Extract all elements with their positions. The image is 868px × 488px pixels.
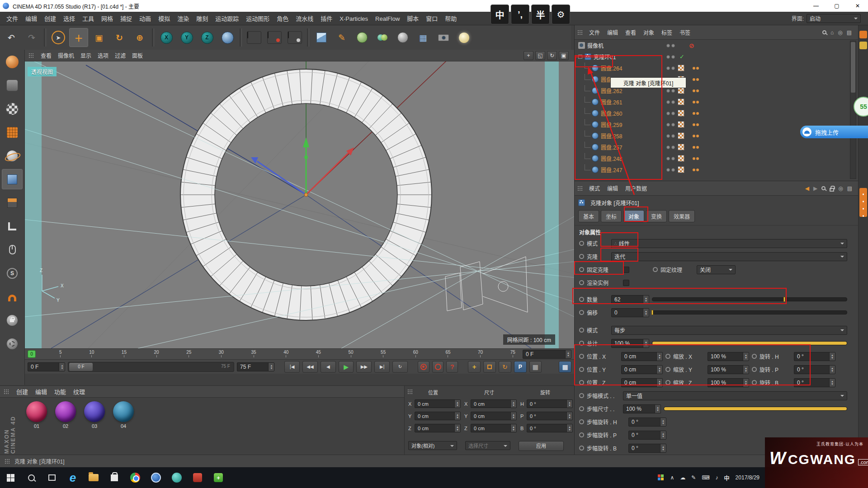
drag-grip-icon[interactable] bbox=[577, 30, 583, 35]
menu-item[interactable]: 运动跟踪 bbox=[212, 14, 242, 24]
edge-taskbar-item[interactable]: e bbox=[62, 467, 83, 488]
history-back-icon[interactable]: ◀ bbox=[805, 185, 809, 192]
next-key-button[interactable]: ▶▶ bbox=[356, 361, 372, 373]
anim-radio-icon[interactable] bbox=[579, 446, 584, 450]
step-size-mode-dropdown[interactable]: 单一值 bbox=[623, 391, 847, 400]
tray-icon[interactable]: ☁ bbox=[680, 474, 685, 481]
total-slider[interactable] bbox=[652, 341, 847, 345]
apply-button[interactable]: 应用 bbox=[519, 441, 564, 451]
anim-radio-icon[interactable] bbox=[579, 310, 584, 315]
menu-item[interactable]: X-Particles bbox=[336, 14, 372, 24]
material-sphere[interactable] bbox=[26, 401, 47, 422]
range-end-field[interactable]: 75 F▲▼ bbox=[237, 362, 274, 371]
play-button[interactable]: ▶ bbox=[339, 361, 354, 373]
coordinate-field[interactable]: 0 cm▲▼ bbox=[471, 424, 517, 432]
current-frame-field[interactable]: 0 F▲▼ bbox=[523, 350, 571, 359]
viewport-menu-item[interactable]: 查看 bbox=[38, 52, 55, 61]
tag-dots-icon[interactable] bbox=[693, 101, 699, 103]
drag-grip-icon[interactable] bbox=[28, 53, 34, 58]
viewport-menu-item[interactable]: 过滤 bbox=[112, 52, 129, 61]
tweak-mode-tool[interactable] bbox=[2, 239, 23, 260]
viewport-nav-icon[interactable]: ▣ bbox=[559, 51, 569, 60]
stepper-icon[interactable]: ▲▼ bbox=[656, 379, 662, 387]
drag-grip-icon[interactable] bbox=[407, 389, 413, 394]
autokey-button[interactable] bbox=[432, 361, 444, 373]
prev-key-button[interactable]: ◀◀ bbox=[302, 361, 318, 373]
tree-row-disc[interactable]: 圆盘.247 bbox=[575, 164, 858, 175]
coordinate-field[interactable]: 0 cm▲▼ bbox=[471, 399, 517, 408]
render-picture-viewer-button[interactable] bbox=[265, 28, 284, 47]
visibility-dots[interactable] bbox=[666, 55, 675, 59]
anim-radio-icon[interactable] bbox=[579, 328, 584, 333]
visibility-dots[interactable] bbox=[666, 112, 675, 115]
menu-item[interactable]: 模拟 bbox=[155, 14, 174, 24]
menu-item[interactable]: 流水线 bbox=[292, 14, 317, 24]
anim-radio-icon[interactable] bbox=[579, 419, 584, 424]
object-manager-menu-item[interactable]: 标签 bbox=[658, 28, 676, 38]
timeline-ruler[interactable]: 051015202530354045505560657075 0 bbox=[25, 348, 520, 359]
anim-radio-icon[interactable] bbox=[579, 406, 584, 411]
drag-upload-button[interactable]: 拖拽上传 bbox=[800, 126, 868, 138]
stepper-icon[interactable]: ▲▼ bbox=[743, 352, 749, 361]
step-mode-dropdown[interactable]: 每步 bbox=[611, 326, 847, 335]
stepper-icon[interactable]: ▲▼ bbox=[566, 412, 572, 420]
rotation-field[interactable]: 0 °▲▼ bbox=[794, 378, 835, 387]
tree-row-clone[interactable]: 克隆环01 ✓ bbox=[575, 51, 858, 62]
anim-radio-icon[interactable] bbox=[579, 241, 584, 246]
tag-dots-icon[interactable] bbox=[693, 135, 699, 137]
key-position-filter[interactable]: + bbox=[468, 361, 481, 373]
tree-row-disc[interactable]: 圆盘.264 bbox=[575, 62, 858, 74]
key-rotation-filter[interactable]: ↻ bbox=[499, 361, 511, 373]
menu-item[interactable]: 工具 bbox=[79, 14, 98, 24]
tree-row-disc[interactable]: 圆盘.260 bbox=[575, 108, 858, 119]
tree-row-disc[interactable]: 圆盘.261 bbox=[575, 96, 858, 108]
light-button[interactable] bbox=[454, 28, 473, 47]
coordinate-field[interactable]: 0 cm▲▼ bbox=[415, 412, 461, 420]
rotation-field[interactable]: 0 °▲▼ bbox=[794, 352, 835, 361]
menu-item[interactable]: 角色 bbox=[273, 14, 292, 24]
visibility-dots[interactable] bbox=[666, 157, 675, 160]
drag-grip-icon[interactable] bbox=[4, 389, 9, 394]
anim-radio-icon[interactable] bbox=[579, 297, 584, 302]
tray-icon[interactable]: ♪ bbox=[716, 474, 718, 481]
texture-tag-icon[interactable] bbox=[678, 87, 684, 94]
viewport-nav-icon[interactable]: ◱ bbox=[535, 51, 545, 60]
stepper-icon[interactable]: ▲▼ bbox=[510, 424, 516, 432]
tag-dots-icon[interactable] bbox=[693, 78, 699, 81]
texture-tag-icon[interactable] bbox=[678, 132, 684, 139]
spline-pen-button[interactable]: ✎ bbox=[332, 28, 351, 47]
stepper-icon[interactable]: ▲▼ bbox=[829, 352, 835, 361]
material-menu-item[interactable]: 纹理 bbox=[70, 387, 89, 397]
live-selection-tool[interactable]: ➤ bbox=[49, 28, 68, 47]
y-axis-lock-button[interactable]: Y bbox=[177, 28, 196, 47]
chrome-taskbar-item[interactable] bbox=[125, 467, 146, 488]
stepper-icon[interactable]: ▲▼ bbox=[643, 309, 649, 317]
anim-radio-icon[interactable] bbox=[579, 280, 584, 285]
object-manager-menu-item[interactable]: 对象 bbox=[640, 28, 658, 38]
menu-item[interactable]: RealFlow bbox=[372, 14, 403, 24]
texture-tag-icon[interactable] bbox=[678, 144, 684, 150]
material-menu-item[interactable]: 创建 bbox=[13, 387, 32, 397]
visibility-dots[interactable] bbox=[666, 123, 675, 127]
menu-item[interactable]: 插件 bbox=[317, 14, 336, 24]
rotation-field[interactable]: 0 °▲▼ bbox=[794, 365, 835, 374]
material-sphere[interactable] bbox=[113, 401, 134, 422]
render-settings-button[interactable] bbox=[285, 28, 304, 47]
redo-button[interactable]: ↷ bbox=[22, 28, 41, 47]
frame-range-slider[interactable]: 0 F 75 F bbox=[68, 362, 234, 372]
scale-field[interactable]: 100 %▲▼ bbox=[708, 378, 749, 387]
step-size-slider[interactable] bbox=[664, 407, 847, 411]
material-swatch[interactable]: 01 bbox=[25, 401, 48, 429]
anim-radio-icon[interactable] bbox=[579, 341, 584, 346]
side-toolbar[interactable] bbox=[859, 188, 867, 217]
attribute-menu-item[interactable]: 编辑 bbox=[604, 184, 622, 194]
object-manager-menu-item[interactable]: 编辑 bbox=[604, 28, 622, 38]
menu-item[interactable]: 脚本 bbox=[403, 14, 422, 24]
target-icon[interactable]: ◎ bbox=[838, 185, 843, 192]
input-method-indicator[interactable]: 中 bbox=[724, 474, 730, 482]
coordinate-field[interactable]: 0 °▲▼ bbox=[527, 424, 573, 432]
coordinate-mode-dropdown[interactable]: 对象(相对) bbox=[408, 441, 457, 450]
key-scale-filter[interactable] bbox=[483, 361, 496, 373]
tree-row-disc[interactable]: 圆盘.248 bbox=[575, 153, 858, 164]
goto-end-button[interactable]: ▶| bbox=[374, 361, 390, 373]
